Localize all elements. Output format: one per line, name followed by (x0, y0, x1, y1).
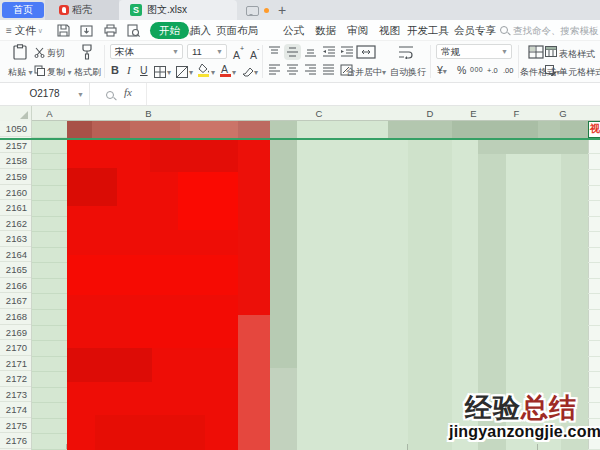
row-header-2173[interactable]: 2173 (0, 388, 31, 403)
print-preview-icon[interactable] (126, 23, 141, 38)
copy-icon[interactable] (34, 65, 45, 76)
row-header-2163[interactable]: 2163 (0, 232, 31, 247)
italic-button[interactable]: I (127, 64, 131, 76)
tab-docer[interactable]: 稻壳 (45, 0, 119, 20)
chevron-down-icon[interactable]: ▾ (254, 68, 258, 77)
fx-label[interactable]: fx (124, 86, 132, 98)
column-header-B[interactable]: B (67, 106, 230, 121)
select-all-corner[interactable] (0, 106, 32, 121)
font-name-select[interactable]: 宋体▼ (110, 44, 183, 59)
align-top-icon[interactable] (268, 46, 281, 58)
format-painter-icon[interactable] (80, 44, 94, 60)
magnifier-icon[interactable] (106, 91, 116, 101)
row-header-2162[interactable]: 2162 (0, 217, 31, 232)
borders-icon[interactable] (154, 66, 166, 78)
table-style-icon[interactable] (545, 46, 557, 57)
column-header-C[interactable]: C (230, 106, 408, 121)
eraser-icon[interactable] (241, 66, 254, 77)
ribbon-tab-2[interactable]: 页面布局 (216, 23, 258, 38)
ribbon-tab-4[interactable]: 数据 (315, 23, 336, 38)
chevron-down-icon[interactable]: ▾ (189, 68, 193, 77)
cut-button[interactable]: 剪切 (47, 47, 65, 60)
file-menu-button[interactable]: ≡文件∨ (6, 23, 43, 38)
overflow-text-cell[interactable]: 视 (588, 121, 600, 138)
ribbon-tab-8[interactable]: 会员专享 (454, 23, 496, 38)
shrink-font-button[interactable]: A- (250, 45, 259, 63)
cell-shading-icon[interactable] (176, 66, 188, 78)
ribbon-tab-1[interactable]: 插入 (190, 23, 211, 38)
column-header-A[interactable]: A (32, 106, 67, 121)
row-header-2170[interactable]: 2170 (0, 341, 31, 356)
row-header-2171[interactable]: 2171 (0, 357, 31, 372)
align-right-icon[interactable] (304, 64, 317, 76)
name-box[interactable]: O2178▼ (0, 83, 90, 105)
increase-indent-icon[interactable] (340, 46, 353, 58)
tab-document-active[interactable]: S 图文.xlsx (119, 0, 237, 20)
decrease-decimal-button[interactable]: .00 (503, 66, 513, 75)
decrease-indent-icon[interactable] (322, 46, 335, 58)
export-icon[interactable] (79, 23, 94, 38)
copy-button[interactable]: 复制 ▾ (47, 66, 72, 79)
underline-button[interactable]: U (140, 64, 148, 76)
ribbon-tab-6[interactable]: 视图 (379, 23, 400, 38)
number-format-select[interactable]: 常规▼ (436, 44, 512, 59)
grow-font-button[interactable]: A+ (233, 45, 244, 63)
row-header-2167[interactable]: 2167 (0, 294, 31, 309)
merge-center-icon[interactable] (356, 45, 376, 59)
currency-button[interactable]: ¥▾ (437, 64, 447, 76)
row-header-2158[interactable]: 2158 (0, 154, 31, 169)
home-button[interactable]: 首页 (2, 2, 44, 18)
column-header-E[interactable]: E (452, 106, 495, 121)
fill-color-icon[interactable] (198, 64, 210, 73)
conditional-format-icon[interactable] (528, 45, 544, 59)
ribbon-tab-home[interactable]: 开始 (150, 22, 189, 39)
align-middle-icon[interactable] (286, 46, 299, 58)
table-style-button[interactable]: 表格样式 (559, 48, 600, 61)
row-header-2174[interactable]: 2174 (0, 403, 31, 418)
row-header-2157[interactable]: 2157 (0, 139, 31, 154)
row-header-2175[interactable]: 2175 (0, 419, 31, 434)
scissors-icon[interactable] (34, 47, 45, 58)
ribbon-tab-7[interactable]: 开发工具 (407, 23, 449, 38)
align-center-icon[interactable] (286, 64, 299, 76)
paste-icon[interactable] (12, 44, 28, 61)
ribbon-tab-5[interactable]: 审阅 (347, 23, 368, 38)
column-header-F[interactable]: F (495, 106, 538, 121)
row-header-2159[interactable]: 2159 (0, 170, 31, 185)
ribbon-tab-3[interactable]: 公式 (283, 23, 304, 38)
wrap-text-button[interactable]: 自动换行 (390, 66, 426, 79)
paste-button[interactable]: 粘贴 ▾ (8, 66, 33, 79)
row-header-2160[interactable]: 2160 (0, 186, 31, 201)
cell-style-icon[interactable] (545, 65, 557, 76)
row-header-2172[interactable]: 2172 (0, 372, 31, 387)
command-search[interactable]: 查找命令、搜索模板 (500, 23, 599, 38)
row-header-2164[interactable]: 2164 (0, 248, 31, 263)
row-header-2166[interactable]: 2166 (0, 279, 31, 294)
row-header-2169[interactable]: 2169 (0, 326, 31, 341)
formula-input[interactable] (146, 83, 600, 105)
justify-icon[interactable] (322, 64, 335, 76)
percent-button[interactable]: % (457, 64, 466, 76)
cell-style-button[interactable]: 单元格样式 (559, 66, 600, 79)
row-header-2176[interactable]: 2176 (0, 434, 31, 449)
column-header-D[interactable]: D (408, 106, 452, 121)
format-painter-button[interactable]: 格式刷 (74, 66, 101, 79)
font-size-select[interactable]: 11▼ (187, 44, 227, 59)
chevron-down-icon[interactable]: ▾ (211, 68, 215, 77)
chevron-down-icon[interactable]: ▾ (232, 68, 236, 77)
increase-decimal-button[interactable]: +.0 (487, 66, 498, 75)
print-icon[interactable] (103, 23, 118, 38)
row-header-1050[interactable]: 1050 (0, 121, 31, 137)
comment-bubble-icon[interactable] (246, 6, 259, 16)
row-header-2165[interactable]: 2165 (0, 263, 31, 278)
wrap-text-icon[interactable] (398, 45, 414, 59)
row-header-2168[interactable]: 2168 (0, 310, 31, 325)
row-header-2161[interactable]: 2161 (0, 201, 31, 216)
save-icon[interactable] (56, 23, 71, 38)
align-left-icon[interactable] (268, 64, 281, 76)
new-tab-button[interactable]: + (274, 0, 290, 20)
thousands-separator-button[interactable]: 000 (470, 66, 483, 73)
bold-button[interactable]: B (111, 64, 119, 76)
column-header-G[interactable]: G (538, 106, 588, 121)
align-bottom-icon[interactable] (304, 46, 317, 58)
